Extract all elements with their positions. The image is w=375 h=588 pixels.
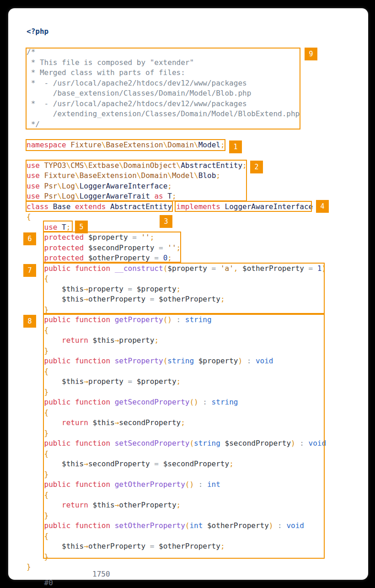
annotation-box-class-declaration [26,201,173,212]
code-token [27,521,44,530]
annotation-badge-4: 4 [316,200,329,213]
annotation-badge-7: 7 [23,264,36,277]
code-line [27,129,326,140]
annotation-box-use-trait [43,221,73,232]
annotation-badge-9: 9 [305,48,317,60]
annotation-box-implements-clause [175,201,312,212]
code-line: <?php [27,27,326,37]
annotation-badge-8: 8 [23,315,36,328]
annotation-box-methods [43,314,325,559]
code-token [27,491,44,499]
annotation-box-use-imports [26,160,247,201]
code-token [27,398,44,406]
annotation-badge-5: 5 [75,221,88,233]
code-token [27,408,44,417]
code-token [27,449,44,458]
code-token: { [27,212,31,221]
code-token [27,480,44,489]
code-token [27,532,44,540]
code-token [27,439,44,448]
status-bar: #0 1750 [27,570,164,580]
code-token [27,367,44,376]
code-token [27,346,44,355]
status-offset: 1750 [92,570,110,578]
annotation-badge-3: 3 [160,215,172,228]
annotation-box-constructor [43,263,325,314]
code-token [27,305,44,314]
code-token [27,356,44,365]
code-token [27,511,44,520]
code-token [27,388,44,396]
code-card: <?php/* * This file is composed by "exte… [8,8,368,580]
annotation-box-file-header [26,48,300,129]
annotation-box-namespace [26,139,225,151]
code-token [27,470,44,479]
code-token: <?php [27,27,48,36]
status-position: #0 [44,578,53,587]
code-token [27,223,44,232]
code-line [27,150,326,161]
annotation-box-properties [43,232,181,263]
code-line [27,37,326,48]
code-token [27,552,44,561]
annotation-badge-6: 6 [23,232,36,245]
code-token [27,254,44,262]
annotation-badge-2: 2 [250,161,263,173]
code-token [27,429,44,437]
page-background: { "colors": { "annotation_orange": "#f39… [0,0,375,588]
annotation-badge-1: 1 [229,140,242,153]
